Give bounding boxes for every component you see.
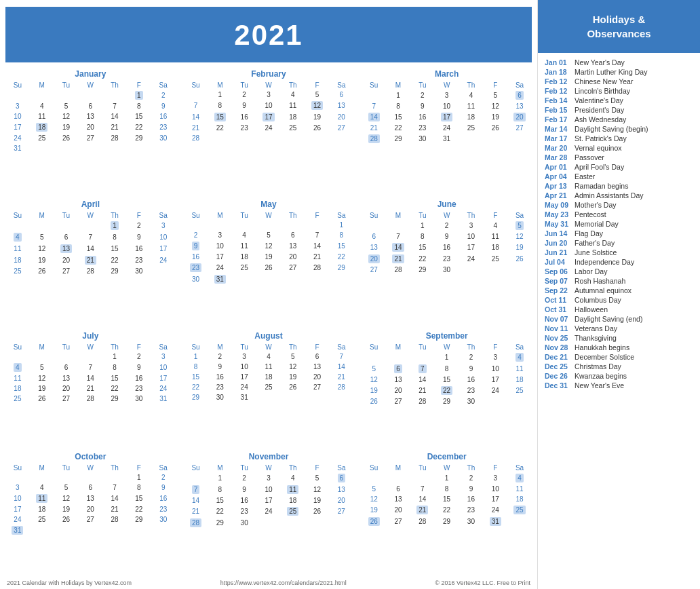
month-block-june: JuneSuMTuWThFSa1234567891011121314151617… — [362, 200, 532, 324]
calendar-day: 2 — [435, 220, 459, 231]
calendar-day: 17 — [151, 243, 176, 254]
highlighted-day: 26 — [368, 517, 380, 526]
calendar-day: 14 — [410, 494, 435, 504]
highlighted-day: 9 — [192, 242, 200, 250]
day-header: Su — [184, 211, 208, 220]
calendar-day: 30 — [232, 517, 256, 529]
calendar-day: 19 — [362, 385, 386, 396]
calendar-day: 2 — [232, 472, 256, 484]
calendar-day — [127, 143, 151, 153]
calendar-day: 28 — [102, 514, 127, 525]
calendar-day: 5 — [305, 90, 330, 100]
holiday-date: Feb 17 — [545, 115, 575, 124]
holiday-date: Oct 11 — [545, 296, 575, 304]
day-header: M — [208, 463, 232, 472]
day-header: Th — [459, 343, 484, 352]
calendar-day — [54, 352, 79, 362]
calendar-day: 15 — [127, 111, 151, 121]
calendar-day: 8 — [184, 362, 208, 372]
calendar-day — [256, 273, 281, 285]
day-header: M — [208, 81, 232, 90]
highlighted-day: 15 — [214, 113, 226, 121]
day-header: F — [305, 343, 330, 352]
calendar-day: 1 — [184, 352, 208, 362]
calendar-day: 21 — [102, 121, 127, 133]
month-table: SuMTuWThFSa12345678910111213141516171819… — [184, 343, 354, 402]
calendar-day: 4 — [256, 352, 281, 362]
day-header: Tu — [54, 343, 79, 352]
holiday-item: Feb 17Ash Wednesday — [545, 115, 693, 124]
day-header: Sa — [151, 211, 176, 220]
calendar-day: 23 — [127, 254, 151, 266]
day-header: F — [305, 463, 330, 472]
calendar-day — [410, 472, 435, 484]
calendar-day: 3 — [483, 472, 507, 484]
highlighted-day: 6 — [516, 91, 524, 100]
calendar-day: 14 — [329, 362, 353, 372]
calendar-day: 27 — [54, 394, 79, 404]
calendar-day: 29 — [386, 133, 410, 145]
highlighted-day: 14 — [392, 243, 404, 252]
day-header: Su — [5, 211, 30, 220]
holiday-item: Nov 28Hanukkah begins — [545, 343, 693, 352]
day-header: M — [386, 211, 410, 220]
calendar-day: 11 — [5, 373, 30, 383]
calendar-day: 8 — [102, 231, 127, 243]
month-title: November — [184, 452, 354, 461]
calendar-day: 30 — [459, 516, 484, 527]
calendar-day: 20 — [329, 111, 353, 123]
day-header: Su — [362, 343, 386, 352]
holiday-item: Sep 22Autumnal equinox — [545, 286, 693, 294]
holiday-date: Nov 28 — [545, 343, 575, 352]
day-header: M — [30, 343, 54, 352]
holiday-item: Apr 21Admin Assistants Day — [545, 191, 693, 200]
day-header: Th — [281, 211, 305, 220]
day-header: W — [256, 81, 281, 90]
holiday-date: Feb 15 — [545, 106, 575, 114]
holiday-date: Sep 22 — [545, 286, 575, 294]
calendar-day: 13 — [54, 373, 79, 383]
calendar-day: 14 — [305, 240, 330, 252]
calendar-day: 22 — [127, 504, 151, 514]
day-header: F — [127, 211, 151, 220]
day-header: Sa — [329, 81, 353, 90]
calendar-day: 5 — [305, 472, 330, 484]
calendar-day: 13 — [281, 240, 305, 252]
calendar-day: 28 — [78, 394, 102, 404]
calendar-day: 28 — [410, 516, 435, 527]
day-header: Tu — [54, 211, 79, 220]
holiday-item: Jan 18Martin Luther King Day — [545, 68, 693, 76]
calendar-day: 19 — [54, 504, 79, 514]
calendar-day: 21 — [184, 123, 208, 133]
calendar-day: 10 — [459, 231, 484, 242]
holiday-name: President's Day — [575, 106, 624, 114]
calendar-day — [507, 265, 532, 275]
day-header: Su — [5, 81, 30, 90]
holiday-name: Ash Wednesday — [575, 115, 626, 124]
calendar-day: 30 — [151, 133, 176, 143]
calendar-day: 18 — [507, 494, 532, 504]
calendar-day: 23 — [208, 382, 232, 392]
calendar-day: 13 — [386, 375, 410, 385]
calendar-day — [386, 472, 410, 484]
calendar-day: 7 — [305, 230, 330, 240]
calendar-day — [305, 133, 330, 143]
day-header: F — [127, 463, 151, 472]
holiday-name: St. Patrick's Day — [575, 134, 627, 142]
highlighted-day: 21 — [416, 506, 428, 514]
holiday-date: Dec 26 — [545, 372, 575, 380]
calendar-day: 15 — [127, 493, 151, 504]
month-table: SuMTuWThFSa12345678910111213141516171819… — [5, 343, 176, 404]
calendar-day: 14 — [102, 111, 127, 121]
calendar-day — [102, 525, 127, 536]
calendar-day — [256, 392, 281, 402]
calendar-day: 31 — [208, 273, 232, 285]
day-header: W — [435, 463, 459, 472]
day-header: M — [30, 211, 54, 220]
calendar-day: 7 — [78, 231, 102, 243]
holiday-date: Nov 25 — [545, 334, 575, 342]
calendar-day: 2 — [151, 472, 176, 482]
calendar-day: 2 — [410, 90, 435, 101]
calendar-day: 2 — [459, 352, 484, 363]
calendar-day: 22 — [435, 504, 459, 516]
